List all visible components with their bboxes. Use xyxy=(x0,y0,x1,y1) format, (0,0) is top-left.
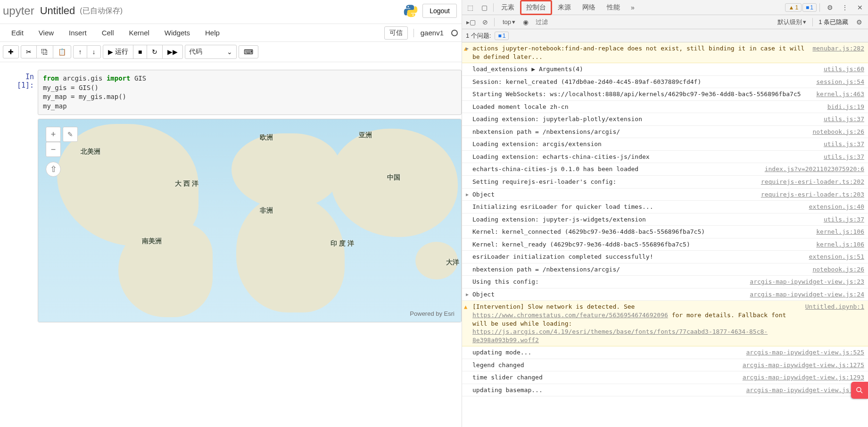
source-link[interactable]: utils.js:60 xyxy=(824,65,864,74)
console-message[interactable]: Using this config:arcgis-map-ipywidget-v… xyxy=(462,276,868,288)
source-link[interactable]: bidi.js:19 xyxy=(827,103,864,111)
warnings-badge[interactable]: ▲1 xyxy=(785,3,802,12)
run-button[interactable]: ▶ 运行 xyxy=(103,45,133,59)
menu-insert[interactable]: Insert xyxy=(61,26,94,40)
source-link[interactable]: arcgis-map-ipywidget-view.js:23 xyxy=(750,278,864,286)
gear-icon[interactable]: ⚙ xyxy=(853,16,865,28)
info-badge[interactable]: ■1 xyxy=(802,3,817,12)
command-palette-button[interactable]: ⌨ xyxy=(239,45,258,58)
kernel-name[interactable]: gaenv1 xyxy=(420,27,445,39)
console-message[interactable]: Initializing esriLoader for quicker load… xyxy=(462,201,868,214)
console-log[interactable]: ▲▶actions jupyter-notebook:find-and-repl… xyxy=(462,42,868,427)
source-link[interactable]: arcgis-map-ipywidget-view.js:525 xyxy=(746,348,864,357)
sidebar-toggle-icon[interactable]: ▸▢ xyxy=(465,16,477,28)
console-message[interactable]: legend changedarcgis-map-ipywidget-view.… xyxy=(462,359,868,372)
source-link[interactable]: utils.js:37 xyxy=(824,115,864,123)
console-message[interactable]: time slider changedarcgis-map-ipywidget-… xyxy=(462,371,868,384)
paste-button[interactable]: 📋 xyxy=(53,45,71,58)
logout-button[interactable]: Logout xyxy=(422,4,457,18)
menu-cell[interactable]: Cell xyxy=(94,26,122,40)
code-cell[interactable]: In [1]: from arcgis.gis import GIS my_gi… xyxy=(5,70,462,115)
add-cell-button[interactable]: ✚ xyxy=(3,45,19,58)
cut-button[interactable]: ✂ xyxy=(21,45,37,58)
console-message[interactable]: ▲[Intervention] Slow network is detected… xyxy=(462,301,868,346)
expand-caret-icon[interactable]: ▶ xyxy=(466,45,469,52)
celltype-select[interactable]: 代码⌄ xyxy=(185,45,237,59)
tabs-overflow-icon[interactable]: » xyxy=(627,1,639,14)
source-link[interactable]: requirejs-esri-loader.ts:203 xyxy=(761,190,864,199)
filter-input[interactable] xyxy=(533,17,608,26)
console-message[interactable]: Loading extension: jupyter-js-widgets/ex… xyxy=(462,214,868,226)
source-link[interactable]: extension.js:40 xyxy=(809,203,864,211)
source-link[interactable]: arcgis-map-ipywidget-view.js:1293 xyxy=(743,373,864,382)
source-link[interactable]: session.js:54 xyxy=(816,78,864,86)
tab-elements[interactable]: 元素 xyxy=(496,0,520,15)
issues-count-badge[interactable]: ■1 xyxy=(495,32,509,40)
source-link[interactable]: kernel.js:106 xyxy=(816,240,864,249)
zoom-out-button[interactable]: − xyxy=(46,142,61,157)
source-link[interactable]: index.js?v=20211023075920:6 xyxy=(765,165,864,173)
map-output[interactable]: 北美洲 欧洲 亚洲 中国 非洲 南美洲 大 西 洋 印 度 洋 大洋 + − ⇧… xyxy=(38,119,462,322)
source-link[interactable]: notebook.js:26 xyxy=(812,265,864,274)
console-message[interactable]: Loaded moment locale zh-cnbidi.js:19 xyxy=(462,101,868,114)
source-link[interactable]: utils.js:37 xyxy=(824,215,864,224)
code-input[interactable]: from arcgis.gis import GIS my_gis = GIS(… xyxy=(38,70,462,115)
console-message[interactable]: Loading extension: echarts-china-cities-… xyxy=(462,151,868,164)
source-link[interactable]: requirejs-esri-loader.ts:202 xyxy=(761,178,864,186)
console-message[interactable]: nbextension path = /nbextensions/arcgis/… xyxy=(462,126,868,139)
tab-sources[interactable]: 来源 xyxy=(552,0,577,15)
source-link[interactable]: arcgis-map-ipywidget-view.js:24 xyxy=(750,290,864,299)
source-link[interactable]: arcgis-map-ipywidget-view.js:1275 xyxy=(743,361,864,370)
interrupt-button[interactable]: ■ xyxy=(133,45,147,59)
menu-view[interactable]: View xyxy=(31,26,61,40)
restart-button[interactable]: ↻ xyxy=(147,45,163,59)
source-link[interactable]: menubar.js:282 xyxy=(812,44,864,61)
console-message[interactable]: Kernel: kernel_ready (4629bc97-9e36-4dd8… xyxy=(462,238,868,251)
clear-console-icon[interactable]: ⊘ xyxy=(479,16,491,28)
move-up-button[interactable]: ↑ xyxy=(73,45,87,58)
tab-console[interactable]: 控制台 xyxy=(520,0,552,15)
source-link[interactable]: Untitled.ipynb:1 xyxy=(805,303,864,344)
console-message[interactable]: Kernel: kernel_connected (4629bc97-9e36-… xyxy=(462,226,868,238)
console-message[interactable]: nbextension path = /nbextensions/arcgis/… xyxy=(462,263,868,276)
tab-performance[interactable]: 性能 xyxy=(601,0,626,15)
notebook-title[interactable]: Untitled xyxy=(40,5,75,17)
console-message[interactable]: ▲▶actions jupyter-notebook:find-and-repl… xyxy=(462,42,868,63)
console-message[interactable]: ▶Objectarcgis-map-ipywidget-view.js:24 xyxy=(462,288,868,301)
expand-caret-icon[interactable]: ▶ xyxy=(466,191,469,198)
trust-badge[interactable]: 可信 xyxy=(384,26,408,40)
source-link[interactable]: arcgis-map-ipywidget-view.js:497 xyxy=(746,386,864,394)
close-icon[interactable]: ✕ xyxy=(854,1,866,14)
expand-caret-icon[interactable]: ▶ xyxy=(466,291,469,298)
restart-run-all-button[interactable]: ▶▶ xyxy=(162,45,183,59)
menu-help[interactable]: Help xyxy=(198,26,227,40)
console-message[interactable]: Loading extension: jupyterlab-plotly/ext… xyxy=(462,113,868,126)
console-message[interactable]: updating basemap...arcgis-map-ipywidget-… xyxy=(462,384,868,397)
hidden-count[interactable]: 1 条已隐藏 xyxy=(816,18,851,26)
console-message[interactable]: updating mode...arcgis-map-ipywidget-vie… xyxy=(462,346,868,359)
console-message[interactable]: Loading extension: arcgis/extensionutils… xyxy=(462,138,868,151)
sketch-button[interactable]: ✎ xyxy=(63,127,78,142)
context-select[interactable]: top ▾ xyxy=(499,17,519,27)
zoom-in-button[interactable]: + xyxy=(46,127,61,142)
menu-widgets[interactable]: Widgets xyxy=(157,26,198,40)
source-link[interactable]: notebook.js:26 xyxy=(812,128,864,136)
menu-icon[interactable]: ⋮ xyxy=(839,1,851,14)
source-link[interactable]: kernel.js:463 xyxy=(816,90,864,99)
source-link[interactable]: utils.js:37 xyxy=(824,140,864,148)
map-canvas[interactable]: 北美洲 欧洲 亚洲 中国 非洲 南美洲 大 西 洋 印 度 洋 大洋 + − ⇧… xyxy=(38,119,461,322)
move-down-button[interactable]: ↓ xyxy=(87,45,101,58)
console-message[interactable]: load_extensions ▶ Arguments(4)utils.js:6… xyxy=(462,63,868,76)
tab-network[interactable]: 网络 xyxy=(577,0,601,15)
source-link[interactable]: utils.js:37 xyxy=(824,153,864,161)
console-message[interactable]: Session: kernel_created (417db0ae-2d40-4… xyxy=(462,76,868,89)
console-message[interactable]: esriLoader initialization completed succ… xyxy=(462,251,868,263)
menu-edit[interactable]: Edit xyxy=(4,26,31,40)
menu-kernel[interactable]: Kernel xyxy=(121,26,157,40)
inspect-icon[interactable]: ⬚ xyxy=(464,1,476,14)
source-link[interactable]: extension.js:51 xyxy=(809,253,864,261)
screenshot-fab[interactable] xyxy=(851,382,868,399)
copy-button[interactable]: ⿻ xyxy=(36,45,53,58)
device-toggle-icon[interactable]: ▢ xyxy=(478,1,490,14)
settings-icon[interactable]: ⚙ xyxy=(824,1,836,14)
